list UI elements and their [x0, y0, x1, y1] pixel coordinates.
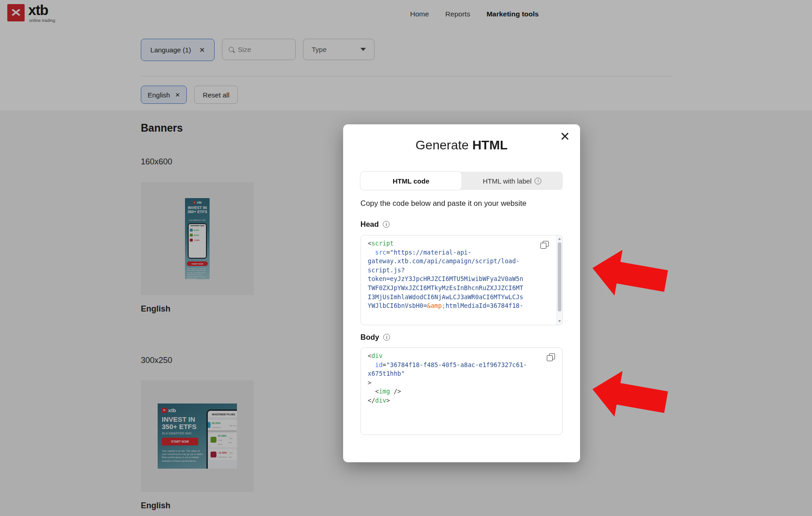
scrollbar-down-icon[interactable]: [557, 318, 562, 324]
head-label-text: Head: [360, 220, 379, 229]
modal-instruction: Copy the code below and paste it on your…: [360, 199, 526, 208]
app-root: ✕ xtb online trading Home Reports Market…: [0, 0, 812, 516]
scrollbar-thumb[interactable]: [558, 242, 561, 312]
tab-html-with-label-label: HTML with label: [483, 177, 532, 185]
modal-tabs: HTML code HTML with label i: [360, 172, 563, 190]
modal-title-regular: Generate: [416, 138, 473, 152]
modal-title: Generate HTML: [343, 138, 580, 153]
tab-html-with-label[interactable]: HTML with label i: [462, 172, 563, 190]
tab-html-code[interactable]: HTML code: [360, 172, 462, 190]
body-code-block: <div id="36784f18-f485-40f5-a8ac-e1f9673…: [360, 347, 563, 435]
copy-icon[interactable]: [540, 241, 549, 249]
body-label-text: Body: [360, 333, 379, 342]
head-code-block: <script src="https://material-api- gatew…: [360, 235, 563, 325]
tab-html-code-label: HTML code: [393, 177, 430, 185]
modal-title-bold: HTML: [472, 138, 508, 152]
copy-icon[interactable]: [547, 353, 555, 362]
head-section-label: Head i: [360, 220, 390, 229]
body-code-text: <div id="36784f18-f485-40f5-a8ac-e1f9673…: [368, 352, 527, 405]
head-code-text: <script src="https://material-api- gatew…: [368, 239, 523, 311]
body-section-label: Body i: [360, 333, 390, 342]
scrollbar-up-icon[interactable]: [557, 236, 562, 242]
info-icon[interactable]: i: [534, 178, 541, 184]
body-info-icon[interactable]: i: [383, 334, 390, 341]
head-info-icon[interactable]: i: [383, 221, 390, 228]
generate-html-modal: ✕ Generate HTML HTML code HTML with labe…: [343, 124, 580, 462]
head-code-scrollbar[interactable]: [556, 235, 562, 325]
